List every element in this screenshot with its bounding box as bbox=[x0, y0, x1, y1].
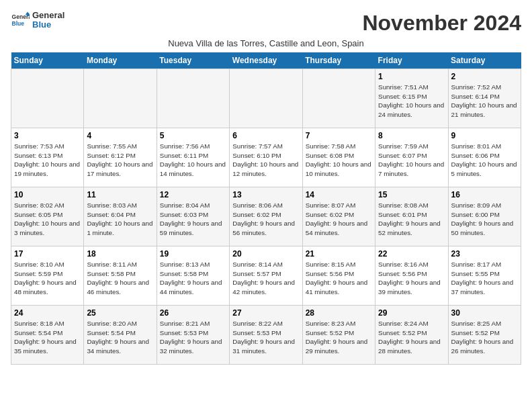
calendar-cell: 27Sunrise: 8:22 AM Sunset: 5:53 PM Dayli… bbox=[230, 306, 302, 365]
day-number: 23 bbox=[451, 249, 518, 259]
calendar-cell bbox=[230, 69, 302, 128]
logo-general-text: General bbox=[32, 11, 64, 20]
calendar-cell: 21Sunrise: 8:15 AM Sunset: 5:56 PM Dayli… bbox=[302, 246, 375, 306]
day-info: Sunrise: 7:52 AM Sunset: 6:14 PM Dayligh… bbox=[451, 83, 518, 120]
logo: General Blue General Blue bbox=[11, 11, 64, 30]
day-info: Sunrise: 8:02 AM Sunset: 6:05 PM Dayligh… bbox=[14, 201, 81, 238]
day-info: Sunrise: 8:15 AM Sunset: 5:56 PM Dayligh… bbox=[306, 260, 372, 297]
calendar-cell: 15Sunrise: 8:08 AM Sunset: 6:01 PM Dayli… bbox=[375, 187, 448, 246]
day-number: 19 bbox=[160, 249, 226, 259]
calendar-body: 1Sunrise: 7:51 AM Sunset: 6:15 PM Daylig… bbox=[11, 69, 521, 365]
svg-text:Blue: Blue bbox=[12, 20, 25, 27]
calendar-cell: 25Sunrise: 8:20 AM Sunset: 5:54 PM Dayli… bbox=[84, 306, 157, 365]
day-number: 15 bbox=[378, 190, 445, 199]
day-info: Sunrise: 8:21 AM Sunset: 5:53 PM Dayligh… bbox=[160, 319, 226, 356]
calendar-cell: 24Sunrise: 8:18 AM Sunset: 5:54 PM Dayli… bbox=[11, 306, 84, 365]
day-info: Sunrise: 8:09 AM Sunset: 6:00 PM Dayligh… bbox=[451, 201, 518, 238]
calendar-cell: 16Sunrise: 8:09 AM Sunset: 6:00 PM Dayli… bbox=[448, 187, 521, 246]
calendar-cell: 12Sunrise: 8:04 AM Sunset: 6:03 PM Dayli… bbox=[157, 187, 229, 246]
day-info: Sunrise: 8:14 AM Sunset: 5:57 PM Dayligh… bbox=[232, 260, 299, 297]
day-number: 27 bbox=[232, 308, 299, 318]
calendar-week-1: 1Sunrise: 7:51 AM Sunset: 6:15 PM Daylig… bbox=[11, 69, 521, 128]
weekday-header-friday: Friday bbox=[375, 52, 448, 69]
day-number: 12 bbox=[160, 190, 226, 199]
calendar-cell: 26Sunrise: 8:21 AM Sunset: 5:53 PM Dayli… bbox=[157, 306, 229, 365]
calendar-week-4: 17Sunrise: 8:10 AM Sunset: 5:59 PM Dayli… bbox=[11, 246, 521, 306]
day-info: Sunrise: 8:11 AM Sunset: 5:58 PM Dayligh… bbox=[87, 260, 153, 297]
calendar-week-2: 3Sunrise: 7:53 AM Sunset: 6:13 PM Daylig… bbox=[11, 128, 521, 187]
day-number: 28 bbox=[306, 308, 372, 318]
day-number: 2 bbox=[451, 72, 518, 81]
day-info: Sunrise: 8:25 AM Sunset: 5:52 PM Dayligh… bbox=[451, 319, 518, 356]
calendar-cell: 20Sunrise: 8:14 AM Sunset: 5:57 PM Dayli… bbox=[230, 246, 302, 306]
calendar-cell: 6Sunrise: 7:57 AM Sunset: 6:10 PM Daylig… bbox=[230, 128, 302, 187]
day-number: 21 bbox=[306, 249, 372, 259]
weekday-header-row: SundayMondayTuesdayWednesdayThursdayFrid… bbox=[11, 52, 521, 69]
weekday-header-thursday: Thursday bbox=[302, 52, 375, 69]
day-info: Sunrise: 7:56 AM Sunset: 6:11 PM Dayligh… bbox=[160, 142, 226, 179]
day-number: 20 bbox=[232, 249, 299, 259]
calendar-header: SundayMondayTuesdayWednesdayThursdayFrid… bbox=[11, 52, 521, 69]
day-info: Sunrise: 8:01 AM Sunset: 6:06 PM Dayligh… bbox=[451, 142, 518, 179]
day-info: Sunrise: 7:53 AM Sunset: 6:13 PM Dayligh… bbox=[14, 142, 81, 179]
day-info: Sunrise: 8:06 AM Sunset: 6:02 PM Dayligh… bbox=[232, 201, 299, 238]
day-info: Sunrise: 8:03 AM Sunset: 6:04 PM Dayligh… bbox=[87, 201, 153, 238]
calendar-cell: 8Sunrise: 7:59 AM Sunset: 6:07 PM Daylig… bbox=[375, 128, 448, 187]
weekday-header-monday: Monday bbox=[84, 52, 157, 69]
calendar-cell: 3Sunrise: 7:53 AM Sunset: 6:13 PM Daylig… bbox=[11, 128, 84, 187]
calendar-cell: 11Sunrise: 8:03 AM Sunset: 6:04 PM Dayli… bbox=[84, 187, 157, 246]
day-info: Sunrise: 8:23 AM Sunset: 5:52 PM Dayligh… bbox=[306, 319, 372, 356]
calendar-table: SundayMondayTuesdayWednesdayThursdayFrid… bbox=[11, 52, 521, 365]
calendar-cell: 19Sunrise: 8:13 AM Sunset: 5:58 PM Dayli… bbox=[157, 246, 229, 306]
day-number: 7 bbox=[306, 131, 372, 140]
calendar-cell: 7Sunrise: 7:58 AM Sunset: 6:08 PM Daylig… bbox=[302, 128, 375, 187]
calendar-cell: 28Sunrise: 8:23 AM Sunset: 5:52 PM Dayli… bbox=[302, 306, 375, 365]
month-title: November 2024 bbox=[362, 11, 521, 36]
day-number: 3 bbox=[14, 131, 81, 140]
day-number: 16 bbox=[451, 190, 518, 199]
calendar-cell: 22Sunrise: 8:16 AM Sunset: 5:56 PM Dayli… bbox=[375, 246, 448, 306]
day-info: Sunrise: 8:17 AM Sunset: 5:55 PM Dayligh… bbox=[451, 260, 518, 297]
day-info: Sunrise: 7:59 AM Sunset: 6:07 PM Dayligh… bbox=[378, 142, 445, 179]
day-number: 9 bbox=[451, 131, 518, 140]
day-number: 17 bbox=[14, 249, 81, 259]
day-info: Sunrise: 8:20 AM Sunset: 5:54 PM Dayligh… bbox=[87, 319, 153, 356]
weekday-header-sunday: Sunday bbox=[11, 52, 84, 69]
logo-icon: General Blue bbox=[11, 11, 30, 30]
day-info: Sunrise: 8:22 AM Sunset: 5:53 PM Dayligh… bbox=[232, 319, 299, 356]
day-number: 30 bbox=[451, 308, 518, 318]
day-info: Sunrise: 7:57 AM Sunset: 6:10 PM Dayligh… bbox=[232, 142, 299, 179]
day-info: Sunrise: 7:55 AM Sunset: 6:12 PM Dayligh… bbox=[87, 142, 153, 179]
calendar-cell: 18Sunrise: 8:11 AM Sunset: 5:58 PM Dayli… bbox=[84, 246, 157, 306]
calendar-cell bbox=[157, 69, 229, 128]
day-number: 1 bbox=[378, 72, 445, 81]
day-number: 25 bbox=[87, 308, 153, 318]
weekday-header-saturday: Saturday bbox=[448, 52, 521, 69]
header: General Blue General Blue November 2024 bbox=[11, 11, 521, 36]
calendar-cell: 23Sunrise: 8:17 AM Sunset: 5:55 PM Dayli… bbox=[448, 246, 521, 306]
calendar-cell: 1Sunrise: 7:51 AM Sunset: 6:15 PM Daylig… bbox=[375, 69, 448, 128]
day-number: 13 bbox=[232, 190, 299, 199]
calendar-cell: 9Sunrise: 8:01 AM Sunset: 6:06 PM Daylig… bbox=[448, 128, 521, 187]
calendar-week-3: 10Sunrise: 8:02 AM Sunset: 6:05 PM Dayli… bbox=[11, 187, 521, 246]
day-number: 4 bbox=[87, 131, 153, 140]
calendar-week-5: 24Sunrise: 8:18 AM Sunset: 5:54 PM Dayli… bbox=[11, 306, 521, 365]
day-info: Sunrise: 8:24 AM Sunset: 5:52 PM Dayligh… bbox=[378, 319, 445, 356]
day-number: 29 bbox=[378, 308, 445, 318]
day-number: 10 bbox=[14, 190, 81, 199]
calendar-cell: 13Sunrise: 8:06 AM Sunset: 6:02 PM Dayli… bbox=[230, 187, 302, 246]
weekday-header-wednesday: Wednesday bbox=[230, 52, 302, 69]
day-info: Sunrise: 8:07 AM Sunset: 6:02 PM Dayligh… bbox=[306, 201, 372, 238]
subtitle: Nueva Villa de las Torres, Castille and … bbox=[11, 38, 521, 48]
calendar-cell: 5Sunrise: 7:56 AM Sunset: 6:11 PM Daylig… bbox=[157, 128, 229, 187]
calendar-cell bbox=[302, 69, 375, 128]
day-number: 22 bbox=[378, 249, 445, 259]
calendar-cell: 29Sunrise: 8:24 AM Sunset: 5:52 PM Dayli… bbox=[375, 306, 448, 365]
weekday-header-tuesday: Tuesday bbox=[157, 52, 229, 69]
day-info: Sunrise: 8:04 AM Sunset: 6:03 PM Dayligh… bbox=[160, 201, 226, 238]
day-info: Sunrise: 8:16 AM Sunset: 5:56 PM Dayligh… bbox=[378, 260, 445, 297]
day-info: Sunrise: 7:51 AM Sunset: 6:15 PM Dayligh… bbox=[378, 83, 445, 120]
calendar-cell: 2Sunrise: 7:52 AM Sunset: 6:14 PM Daylig… bbox=[448, 69, 521, 128]
calendar-cell bbox=[84, 69, 157, 128]
day-number: 6 bbox=[232, 131, 299, 140]
